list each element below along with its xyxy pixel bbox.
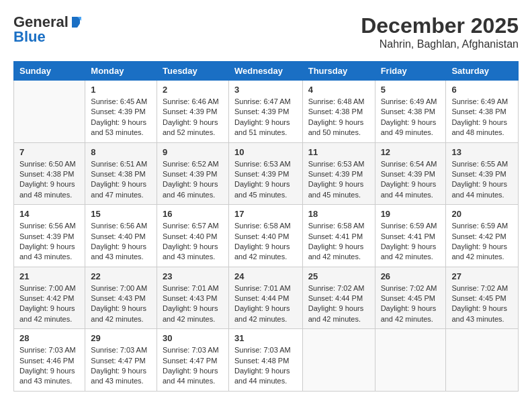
sunset-text: Sunset: 4:39 PM	[381, 170, 435, 178]
calendar-week-row: 1 Sunrise: 6:45 AM Sunset: 4:39 PM Dayli…	[14, 81, 519, 143]
calendar-table: SundayMondayTuesdayWednesdayThursdayFrid…	[13, 61, 519, 392]
calendar-day-cell: 27 Sunrise: 7:02 AM Sunset: 4:45 PM Dayl…	[446, 267, 519, 329]
sunset-text: Sunset: 4:43 PM	[163, 294, 217, 302]
svg-marker-0	[72, 17, 80, 28]
sunset-text: Sunset: 4:39 PM	[163, 107, 217, 116]
calendar-day-cell: 24 Sunrise: 7:01 AM Sunset: 4:44 PM Dayl…	[228, 267, 302, 329]
day-number: 9	[163, 147, 223, 157]
day-info: Sunrise: 7:00 AM Sunset: 4:42 PM Dayligh…	[19, 283, 79, 325]
calendar-day-cell: 15 Sunrise: 6:56 AM Sunset: 4:40 PM Dayl…	[85, 205, 157, 267]
daylight-text: Daylight: 9 hours and 45 minutes.	[308, 180, 364, 198]
calendar-day-cell: 7 Sunrise: 6:50 AM Sunset: 4:38 PM Dayli…	[14, 142, 85, 205]
weekday-header: Wednesday	[228, 62, 302, 81]
day-number: 28	[19, 333, 79, 343]
day-number: 21	[19, 271, 79, 281]
sunset-text: Sunset: 4:44 PM	[234, 294, 289, 302]
day-info: Sunrise: 6:46 AM Sunset: 4:39 PM Dayligh…	[163, 97, 223, 138]
sunset-text: Sunset: 4:39 PM	[19, 232, 74, 240]
day-info: Sunrise: 6:58 AM Sunset: 4:40 PM Dayligh…	[234, 221, 297, 263]
day-number: 29	[91, 333, 151, 343]
day-info: Sunrise: 6:55 AM Sunset: 4:39 PM Dayligh…	[451, 159, 513, 201]
calendar-day-cell: 1 Sunrise: 6:45 AM Sunset: 4:39 PM Dayli…	[85, 81, 157, 143]
sunrise-text: Sunrise: 6:59 AM	[381, 222, 437, 230]
sunrise-text: Sunrise: 6:55 AM	[451, 160, 508, 168]
daylight-text: Daylight: 9 hours and 53 minutes.	[91, 118, 146, 136]
sunrise-text: Sunrise: 7:02 AM	[308, 284, 365, 292]
daylight-text: Daylight: 9 hours and 44 minutes.	[381, 180, 437, 198]
day-number: 16	[163, 209, 223, 219]
sunrise-text: Sunrise: 7:03 AM	[234, 346, 291, 354]
sunrise-text: Sunrise: 6:53 AM	[234, 160, 291, 168]
day-info: Sunrise: 6:49 AM Sunset: 4:38 PM Dayligh…	[451, 97, 513, 138]
day-number: 27	[451, 271, 513, 281]
sunrise-text: Sunrise: 6:45 AM	[91, 97, 147, 105]
calendar-day-cell: 9 Sunrise: 6:52 AM Sunset: 4:39 PM Dayli…	[157, 142, 228, 205]
daylight-text: Daylight: 9 hours and 43 minutes.	[91, 367, 146, 385]
daylight-text: Daylight: 9 hours and 43 minutes.	[19, 242, 75, 261]
daylight-text: Daylight: 9 hours and 52 minutes.	[163, 118, 218, 136]
calendar-day-cell: 6 Sunrise: 6:49 AM Sunset: 4:38 PM Dayli…	[446, 81, 519, 143]
daylight-text: Daylight: 9 hours and 42 minutes.	[91, 304, 146, 322]
sunrise-text: Sunrise: 7:01 AM	[234, 284, 291, 292]
day-info: Sunrise: 6:59 AM Sunset: 4:42 PM Dayligh…	[451, 221, 513, 263]
sunset-text: Sunset: 4:40 PM	[91, 232, 145, 240]
day-info: Sunrise: 6:56 AM Sunset: 4:39 PM Dayligh…	[19, 221, 79, 263]
day-number: 22	[91, 271, 151, 281]
sunrise-text: Sunrise: 6:56 AM	[91, 222, 147, 230]
day-number: 6	[451, 85, 513, 95]
day-info: Sunrise: 6:45 AM Sunset: 4:39 PM Dayligh…	[91, 97, 151, 138]
daylight-text: Daylight: 9 hours and 49 minutes.	[381, 118, 437, 136]
daylight-text: Daylight: 9 hours and 42 minutes.	[234, 304, 290, 322]
sunset-text: Sunset: 4:46 PM	[19, 357, 74, 365]
calendar-day-cell: 26 Sunrise: 7:02 AM Sunset: 4:45 PM Dayl…	[375, 267, 446, 329]
sunset-text: Sunset: 4:39 PM	[308, 170, 363, 178]
logo-blue: Blue	[13, 28, 46, 46]
sunset-text: Sunset: 4:38 PM	[91, 170, 145, 178]
day-info: Sunrise: 6:53 AM Sunset: 4:39 PM Dayligh…	[308, 159, 369, 201]
day-info: Sunrise: 6:47 AM Sunset: 4:39 PM Dayligh…	[234, 97, 297, 138]
day-info: Sunrise: 6:49 AM Sunset: 4:38 PM Dayligh…	[381, 97, 441, 138]
daylight-text: Daylight: 9 hours and 44 minutes.	[234, 367, 290, 385]
calendar-day-cell: 18 Sunrise: 6:58 AM Sunset: 4:41 PM Dayl…	[302, 205, 375, 267]
daylight-text: Daylight: 9 hours and 42 minutes.	[451, 242, 507, 261]
sunset-text: Sunset: 4:45 PM	[451, 294, 506, 302]
day-number: 23	[163, 271, 223, 281]
calendar-day-cell: 13 Sunrise: 6:55 AM Sunset: 4:39 PM Dayl…	[446, 142, 519, 205]
day-info: Sunrise: 6:50 AM Sunset: 4:38 PM Dayligh…	[19, 159, 79, 201]
day-number: 10	[234, 147, 297, 157]
location-title: Nahrin, Baghlan, Afghanistan	[361, 38, 519, 50]
day-number: 19	[381, 209, 441, 219]
calendar-day-cell: 5 Sunrise: 6:49 AM Sunset: 4:38 PM Dayli…	[375, 81, 446, 143]
daylight-text: Daylight: 9 hours and 47 minutes.	[91, 180, 146, 198]
day-info: Sunrise: 7:03 AM Sunset: 4:46 PM Dayligh…	[19, 345, 79, 387]
sunrise-text: Sunrise: 6:49 AM	[381, 97, 437, 105]
calendar-day-cell: 19 Sunrise: 6:59 AM Sunset: 4:41 PM Dayl…	[375, 205, 446, 267]
day-info: Sunrise: 6:57 AM Sunset: 4:40 PM Dayligh…	[163, 221, 223, 263]
sunrise-text: Sunrise: 6:58 AM	[234, 222, 291, 230]
sunrise-text: Sunrise: 6:57 AM	[163, 222, 219, 230]
calendar-week-row: 7 Sunrise: 6:50 AM Sunset: 4:38 PM Dayli…	[14, 142, 519, 205]
calendar-day-cell: 10 Sunrise: 6:53 AM Sunset: 4:39 PM Dayl…	[228, 142, 302, 205]
sunrise-text: Sunrise: 6:56 AM	[19, 222, 76, 230]
day-number: 15	[91, 209, 151, 219]
day-number: 1	[91, 85, 151, 95]
calendar-day-cell	[14, 81, 85, 143]
calendar-day-cell: 11 Sunrise: 6:53 AM Sunset: 4:39 PM Dayl…	[302, 142, 375, 205]
sunset-text: Sunset: 4:41 PM	[308, 232, 363, 240]
day-number: 5	[381, 85, 441, 95]
daylight-text: Daylight: 9 hours and 50 minutes.	[308, 118, 364, 136]
sunset-text: Sunset: 4:39 PM	[451, 170, 506, 178]
daylight-text: Daylight: 9 hours and 42 minutes.	[308, 242, 364, 261]
sunset-text: Sunset: 4:39 PM	[234, 107, 289, 116]
calendar-day-cell: 2 Sunrise: 6:46 AM Sunset: 4:39 PM Dayli…	[157, 81, 228, 143]
title-area: December 2025 Nahrin, Baghlan, Afghanist…	[361, 13, 519, 50]
calendar-day-cell	[302, 329, 375, 392]
logo-icon	[71, 17, 81, 28]
daylight-text: Daylight: 9 hours and 42 minutes.	[381, 304, 437, 322]
day-info: Sunrise: 6:59 AM Sunset: 4:41 PM Dayligh…	[381, 221, 441, 263]
sunset-text: Sunset: 4:38 PM	[381, 107, 435, 116]
calendar-day-cell: 30 Sunrise: 7:03 AM Sunset: 4:47 PM Dayl…	[157, 329, 228, 392]
day-number: 20	[451, 209, 513, 219]
calendar-day-cell: 21 Sunrise: 7:00 AM Sunset: 4:42 PM Dayl…	[14, 267, 85, 329]
daylight-text: Daylight: 9 hours and 43 minutes.	[19, 367, 75, 385]
